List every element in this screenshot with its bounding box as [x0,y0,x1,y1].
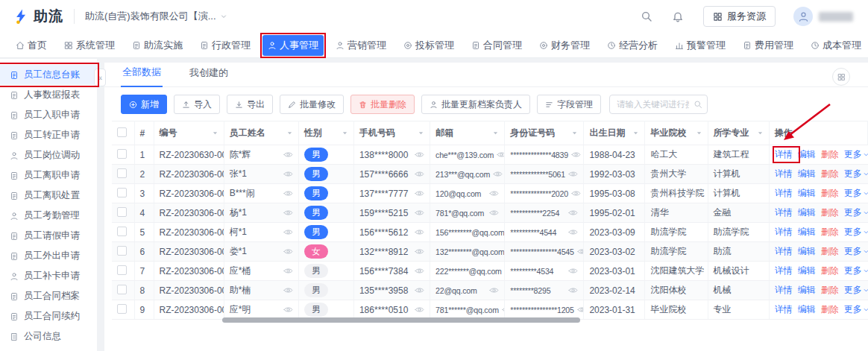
eye-icon[interactable] [415,266,424,276]
eye-icon[interactable] [571,150,581,159]
eye-icon[interactable] [283,227,293,237]
action-more-link[interactable]: 更多 [844,206,868,219]
filter-caret-icon[interactable] [286,130,293,136]
action-delete-link[interactable]: 删除 [821,148,839,161]
nav-item-bidding-mgmt[interactable]: 投标管理 [398,35,459,56]
row-checkbox[interactable] [117,265,127,275]
sidebar-item-hr-data-report[interactable]: 人事数据报表 [0,85,97,105]
action-detail-link[interactable]: 详情 [775,245,793,258]
eye-icon[interactable] [568,208,578,218]
sidebar-collapse-button[interactable]: « [94,69,106,86]
sidebar-item-employee-card-replace[interactable]: 员工补卡申请 [0,266,97,286]
eye-icon[interactable] [568,227,578,237]
sidebar-item-employee-leave[interactable]: 员工请假申请 [0,226,97,246]
action-detail-link[interactable]: 详情 [775,226,793,238]
action-detail-link[interactable]: 详情 [775,206,793,219]
nav-item-expense-mgmt[interactable]: 费用管理 [738,35,799,56]
eye-icon[interactable] [283,208,293,218]
action-detail-link[interactable]: 详情 [775,187,793,200]
row-checkbox[interactable] [117,168,127,178]
action-delete-link[interactable]: 删除 [821,206,839,219]
eye-icon[interactable] [489,208,499,218]
eye-icon[interactable] [415,208,424,218]
eye-icon[interactable] [577,247,584,256]
filter-caret-icon[interactable] [632,130,639,136]
search-icon[interactable] [641,10,652,22]
row-checkbox[interactable] [117,285,127,294]
eye-icon[interactable] [283,150,293,159]
filter-caret-icon[interactable] [571,130,578,136]
action-detail-link[interactable]: 详情 [775,168,793,180]
tab-all-data[interactable]: 全部数据 [121,66,163,87]
eye-icon[interactable] [415,305,424,314]
field-manage-button[interactable]: 字段管理 [537,95,601,114]
action-delete-link[interactable]: 删除 [821,284,839,297]
action-delete-link[interactable]: 删除 [821,245,839,258]
nav-item-finance-mgmt[interactable]: 财务管理 [534,35,595,56]
action-delete-link[interactable]: 删除 [821,303,839,316]
row-checkbox[interactable] [117,188,127,197]
sidebar-item-company-info[interactable]: 公司信息 [0,326,97,347]
export-button[interactable]: 导出 [227,95,273,114]
eye-icon[interactable] [283,189,293,198]
nav-item-hr-mgmt[interactable]: 人事管理 [262,35,324,56]
sidebar-item-employee-contract-archive[interactable]: 员工合同档案 [0,286,97,306]
eye-icon[interactable] [283,247,293,256]
eye-icon[interactable] [568,285,578,295]
batch-update-owner-button[interactable]: 批量更新档案负责人 [421,95,530,114]
batch-delete-button[interactable]: 批量删除 [350,95,415,114]
eye-icon[interactable] [577,305,584,314]
action-more-link[interactable]: 更多 [844,284,868,297]
action-more-link[interactable]: 更多 [844,187,868,200]
nav-item-home[interactable]: 首页 [10,35,52,56]
action-more-link[interactable]: 更多 [844,265,868,277]
row-checkbox[interactable] [117,149,127,159]
company-selector[interactable]: 助流(自营)装饰有限公司【演... [85,10,227,23]
action-more-link[interactable]: 更多 [844,168,868,180]
row-checkbox[interactable] [117,227,127,236]
filter-caret-icon[interactable] [696,130,702,136]
action-edit-link[interactable]: 编辑 [798,168,816,180]
action-edit-link[interactable]: 编辑 [798,245,816,258]
nav-item-system-mgmt[interactable]: 系统管理 [59,35,120,56]
sidebar-item-employee-onboarding[interactable]: 员工入职申请 [0,105,97,125]
service-resource-button[interactable]: 服务资源 [703,6,776,27]
row-checkbox[interactable] [117,207,127,217]
filter-caret-icon[interactable] [342,130,348,136]
eye-icon[interactable] [489,285,499,295]
eye-icon[interactable] [283,169,293,179]
nav-item-marketing-mgmt[interactable]: 营销管理 [330,35,391,56]
sidebar-item-employee-resign-apply[interactable]: 员工离职申请 [0,165,97,186]
eye-icon[interactable] [489,189,499,198]
action-delete-link[interactable]: 删除 [821,168,839,180]
nav-item-admin-mgmt[interactable]: 行政管理 [195,35,256,56]
nav-item-business-analysis[interactable]: 经营分析 [602,35,663,56]
action-more-link[interactable]: 更多 [844,148,868,161]
eye-icon[interactable] [283,305,293,314]
filter-caret-icon[interactable] [492,130,499,136]
nav-item-warning-mgmt[interactable]: 预警管理 [670,35,731,56]
batch-edit-button[interactable]: 批量修改 [280,95,344,114]
filter-caret-icon[interactable] [418,130,424,136]
action-edit-link[interactable]: 编辑 [798,226,816,238]
add-button[interactable]: 新增 [121,95,167,114]
sidebar-item-employee-info-ledger[interactable]: 员工信息台账 [0,65,97,85]
action-more-link[interactable]: 更多 [844,245,868,258]
username-blurred[interactable] [819,12,853,22]
eye-icon[interactable] [415,150,424,159]
tab-my-created[interactable]: 我创建的 [188,66,230,86]
row-checkbox[interactable] [117,304,127,314]
select-all-checkbox[interactable] [117,127,127,137]
eye-icon[interactable] [415,285,424,295]
nav-item-contract-mgmt[interactable]: 合同管理 [466,35,527,56]
action-delete-link[interactable]: 删除 [821,265,839,277]
filter-caret-icon[interactable] [212,130,218,136]
action-edit-link[interactable]: 编辑 [798,284,816,297]
eye-icon[interactable] [283,266,293,276]
eye-icon[interactable] [497,150,505,159]
sidebar-item-employee-outing[interactable]: 员工外出申请 [0,246,97,266]
eye-icon[interactable] [415,189,424,198]
eye-icon[interactable] [283,285,293,295]
sidebar-item-employee-resign-handle[interactable]: 员工离职处置 [0,186,97,206]
eye-icon[interactable] [568,169,578,179]
